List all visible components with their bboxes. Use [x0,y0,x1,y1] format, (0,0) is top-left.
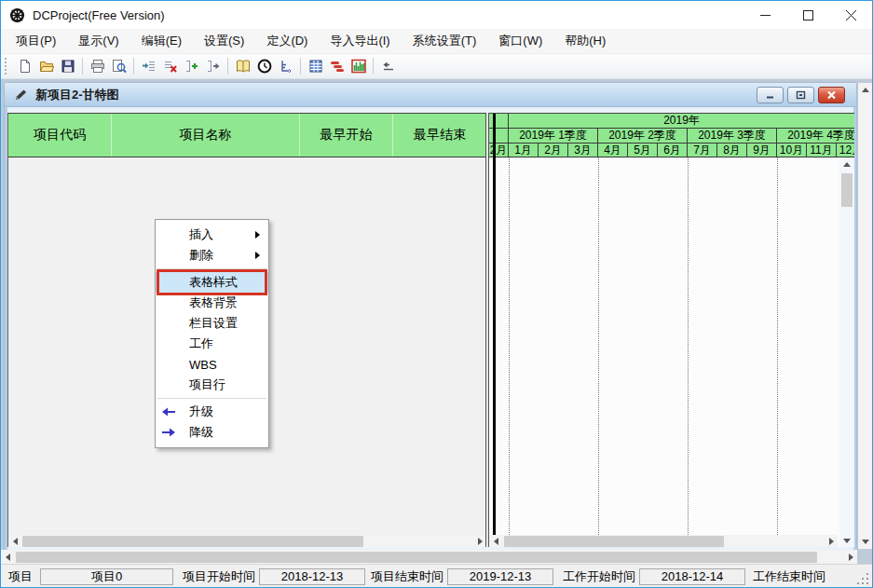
window-title: DCProject(Free Version) [33,8,165,22]
status-start-value: 2018-12-13 [259,568,365,585]
minimize-button[interactable] [743,1,786,29]
gantt-vscroll-thumb[interactable] [841,173,853,207]
toolbar-separator [300,58,301,75]
toolbar-separator [82,58,83,75]
context-menu-item-work[interactable]: 工作 [156,334,268,354]
context-menu-item-wbs[interactable]: WBS [156,354,268,375]
gantt-bars-icon[interactable] [326,56,348,76]
column-header-project-name[interactable]: 项目名称 [112,114,300,157]
open-file-icon[interactable] [35,56,57,76]
hierarchy-icon[interactable] [275,56,296,76]
child-content: 项目代码 项目名称 最早开始 最早结束 [7,110,853,550]
mdi-vertical-scrollbar[interactable] [858,83,873,549]
submenu-arrow-icon [255,231,260,239]
menu-settings[interactable]: 设置(S) [193,28,255,54]
menu-edit[interactable]: 编辑(E) [130,28,193,54]
gantt-month-row: 2月 1月 2月 3月 4月 5月 6月 7月 8月 9月 10月 11月 12… [489,144,854,157]
context-menu-item-table-style[interactable]: 表格样式 [156,272,268,293]
context-menu-label: 升级 [189,403,213,420]
table-horizontal-scrollbar[interactable] [8,535,486,548]
context-menu: 插入 删除 表格样式 表格背景 栏目设置 工作 WBS 项目行 [155,219,269,448]
scroll-up-icon[interactable] [839,157,854,171]
close-button[interactable] [829,1,872,29]
menu-view[interactable]: 显示(V) [67,28,130,54]
context-menu-item-insert[interactable]: 插入 [156,225,268,245]
menu-import-export[interactable]: 导入导出(I) [319,28,401,54]
app-logo-icon [9,7,25,23]
move-task-icon[interactable] [202,56,224,76]
scroll-right-icon[interactable] [844,551,857,564]
child-minimize-button[interactable] [757,87,784,103]
gantt-quarter-row: 2019年 1季度 2019年 2季度 2019年 3季度 2019年 4季度 [489,129,854,144]
menu-define[interactable]: 定义(D) [255,28,319,54]
context-menu-label: 删除 [189,247,213,264]
gantt-month-aug: 8月 [717,144,747,157]
scroll-left-icon[interactable] [8,535,21,548]
gantt-horizontal-scrollbar[interactable] [489,535,838,547]
scroll-down-icon[interactable] [858,535,873,549]
histogram-view-icon[interactable] [348,56,369,76]
mdi-horizontal-scrollbar[interactable] [1,550,857,564]
child-title-bar[interactable]: 新项目2-甘特图 [5,83,856,107]
gantt-month-feb: 2月 [539,144,568,157]
gantt-month-mar: 3月 [568,144,598,157]
context-menu-label: WBS [189,358,217,372]
level-arrow-icon[interactable] [377,56,399,76]
context-menu-item-table-background[interactable]: 表格背景 [156,293,268,313]
gantt-year-cell: 2019年 [509,114,854,129]
resize-grip[interactable] [855,571,868,584]
scroll-right-icon[interactable] [473,535,486,548]
menu-window[interactable]: 窗口(W) [487,28,553,54]
scroll-right-icon[interactable] [825,535,838,547]
status-project-value: 项目0 [40,568,173,585]
menu-system-settings[interactable]: 系统设置(T) [402,28,488,54]
gantt-body[interactable] [489,157,854,535]
context-menu-item-promote[interactable]: 升级 [156,402,268,422]
context-menu-item-demote[interactable]: 降级 [156,422,268,443]
column-header-earliest-end[interactable]: 最早结束 [393,114,486,157]
delete-row-icon[interactable] [159,56,181,76]
mdi-scroll-thumb[interactable] [16,552,817,563]
notes-book-icon[interactable] [232,56,253,76]
status-end-label: 项目结束时间 [371,568,443,585]
print-preview-icon[interactable] [108,56,130,76]
print-icon[interactable] [87,56,108,76]
menu-help[interactable]: 帮助(H) [553,28,617,54]
quarter-gridline [509,157,510,535]
gantt-month-jul: 7月 [688,144,717,157]
column-header-earliest-start[interactable]: 最早开始 [300,114,393,157]
context-menu-label: 表格样式 [189,274,238,291]
status-project-label: 项目 [8,568,33,585]
scroll-left-icon[interactable] [489,535,502,547]
time-clock-icon[interactable] [253,56,275,76]
quarter-gridline [688,157,689,535]
toolbar-grip[interactable] [5,58,9,75]
quarter-gridline [598,157,599,535]
menu-project[interactable]: 项目(P) [5,28,67,54]
child-restore-button[interactable] [787,87,814,103]
new-document-icon[interactable] [14,56,35,76]
gantt-scroll-thumb[interactable] [504,536,724,547]
context-menu-item-project-row[interactable]: 项目行 [156,375,268,395]
maximize-button[interactable] [786,1,829,29]
gantt-month-apr: 4月 [598,144,628,157]
context-menu-item-delete[interactable]: 删除 [156,245,268,266]
gantt-quarter-q1: 2019年 1季度 [509,129,598,144]
scroll-down-icon[interactable] [839,534,854,547]
gantt-vertical-scrollbar[interactable] [839,157,854,547]
scroll-up-icon[interactable] [858,83,873,97]
submenu-arrow-icon [255,252,260,259]
table-scroll-thumb[interactable] [22,536,363,547]
insert-row-icon[interactable] [138,56,159,76]
insert-subtask-icon[interactable] [181,56,202,76]
context-menu-separator [157,398,266,399]
save-icon[interactable] [57,56,78,76]
table-view-icon[interactable] [305,56,326,76]
context-menu-item-column-settings[interactable]: 栏目设置 [156,313,268,334]
scroll-left-icon[interactable] [1,551,14,564]
pencil-icon [14,88,28,102]
child-close-button[interactable] [818,87,845,103]
application-window: DCProject(Free Version) 项目(P) 显示(V) 编辑(E… [0,0,873,588]
status-start-label: 项目开始时间 [183,568,255,585]
column-header-project-code[interactable]: 项目代码 [8,114,112,157]
